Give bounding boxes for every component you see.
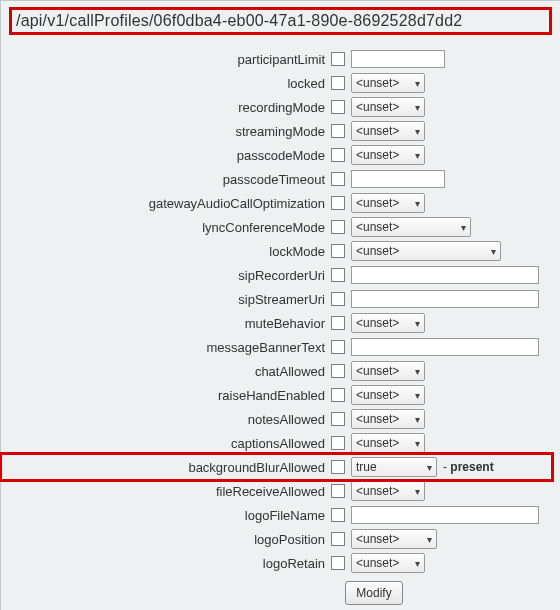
chevron-down-icon: ▾ (427, 462, 432, 473)
checkbox-lyncConferenceMode[interactable] (331, 220, 345, 234)
checkbox-fileReceiveAllowed[interactable] (331, 484, 345, 498)
select-logoRetain[interactable]: <unset>▾ (351, 553, 425, 573)
label-passcodeMode: passcodeMode (1, 148, 331, 163)
select-lyncConferenceMode[interactable]: <unset>▾ (351, 217, 471, 237)
input-sipRecorderUri[interactable] (351, 266, 539, 284)
select-captionsAllowed[interactable]: <unset>▾ (351, 433, 425, 453)
chevron-down-icon: ▾ (427, 534, 432, 545)
checkbox-chatAllowed[interactable] (331, 364, 345, 378)
checkbox-passcodeMode[interactable] (331, 148, 345, 162)
chevron-down-icon: ▾ (491, 246, 496, 257)
checkbox-messageBannerText[interactable] (331, 340, 345, 354)
checkbox-participantLimit[interactable] (331, 52, 345, 66)
checkbox-sipRecorderUri[interactable] (331, 268, 345, 282)
checkbox-backgroundBlurAllowed[interactable] (331, 460, 345, 474)
checkbox-muteBehavior[interactable] (331, 316, 345, 330)
select-passcodeMode[interactable]: <unset>▾ (351, 145, 425, 165)
checkbox-streamingMode[interactable] (331, 124, 345, 138)
row-backgroundBlurAllowed: backgroundBlurAllowed true▾ - present (1, 454, 552, 480)
label-messageBannerText: messageBannerText (1, 340, 331, 355)
row-recordingMode: recordingMode <unset>▾ (1, 95, 552, 119)
label-sipRecorderUri: sipRecorderUri (1, 268, 331, 283)
label-notesAllowed: notesAllowed (1, 412, 331, 427)
chevron-down-icon: ▾ (415, 78, 420, 89)
chevron-down-icon: ▾ (415, 438, 420, 449)
row-chatAllowed: chatAllowed <unset>▾ (1, 359, 552, 383)
checkbox-gatewayAudioCallOptimization[interactable] (331, 196, 345, 210)
checkbox-lockMode[interactable] (331, 244, 345, 258)
label-captionsAllowed: captionsAllowed (1, 436, 331, 451)
select-raiseHandEnabled[interactable]: <unset>▾ (351, 385, 425, 405)
input-passcodeTimeout[interactable] (351, 170, 445, 188)
chevron-down-icon: ▾ (415, 198, 420, 209)
checkbox-logoPosition[interactable] (331, 532, 345, 546)
row-participantLimit: participantLimit (1, 47, 552, 71)
row-lockMode: lockMode <unset>▾ (1, 239, 552, 263)
checkbox-logoFileName[interactable] (331, 508, 345, 522)
row-locked: locked <unset>▾ (1, 71, 552, 95)
checkbox-sipStreamerUri[interactable] (331, 292, 345, 306)
label-passcodeTimeout: passcodeTimeout (1, 172, 331, 187)
row-raiseHandEnabled: raiseHandEnabled <unset>▾ (1, 383, 552, 407)
select-chatAllowed[interactable]: <unset>▾ (351, 361, 425, 381)
label-logoRetain: logoRetain (1, 556, 331, 571)
select-fileReceiveAllowed[interactable]: <unset>▾ (351, 481, 425, 501)
chevron-down-icon: ▾ (415, 150, 420, 161)
input-sipStreamerUri[interactable] (351, 290, 539, 308)
checkbox-captionsAllowed[interactable] (331, 436, 345, 450)
label-streamingMode: streamingMode (1, 124, 331, 139)
row-messageBannerText: messageBannerText (1, 335, 552, 359)
select-notesAllowed[interactable]: <unset>▾ (351, 409, 425, 429)
chevron-down-icon: ▾ (415, 318, 420, 329)
label-sipStreamerUri: sipStreamerUri (1, 292, 331, 307)
select-logoPosition[interactable]: <unset>▾ (351, 529, 437, 549)
row-lyncConferenceMode: lyncConferenceMode <unset>▾ (1, 215, 552, 239)
checkbox-locked[interactable] (331, 76, 345, 90)
label-raiseHandEnabled: raiseHandEnabled (1, 388, 331, 403)
checkbox-logoRetain[interactable] (331, 556, 345, 570)
chevron-down-icon: ▾ (415, 366, 420, 377)
modify-button[interactable]: Modify (345, 581, 403, 605)
row-sipStreamerUri: sipStreamerUri (1, 287, 552, 311)
page: /api/v1/callProfiles/06f0dba4-eb00-47a1-… (0, 0, 560, 610)
label-logoFileName: logoFileName (1, 508, 331, 523)
checkbox-notesAllowed[interactable] (331, 412, 345, 426)
select-gatewayAudioCallOptimization[interactable]: <unset>▾ (351, 193, 425, 213)
chevron-down-icon: ▾ (415, 414, 420, 425)
select-backgroundBlurAllowed[interactable]: true▾ (351, 457, 437, 477)
checkbox-raiseHandEnabled[interactable] (331, 388, 345, 402)
row-logoFileName: logoFileName (1, 503, 552, 527)
label-chatAllowed: chatAllowed (1, 364, 331, 379)
label-logoPosition: logoPosition (1, 532, 331, 547)
suffix-backgroundBlurAllowed: - present (443, 460, 494, 474)
checkbox-recordingMode[interactable] (331, 100, 345, 114)
label-gatewayAudioCallOptimization: gatewayAudioCallOptimization (1, 196, 331, 211)
label-muteBehavior: muteBehavior (1, 316, 331, 331)
chevron-down-icon: ▾ (415, 390, 420, 401)
row-fileReceiveAllowed: fileReceiveAllowed <unset>▾ (1, 479, 552, 503)
row-captionsAllowed: captionsAllowed <unset>▾ (1, 431, 552, 455)
label-backgroundBlurAllowed: backgroundBlurAllowed (1, 460, 331, 475)
select-lockMode[interactable]: <unset>▾ (351, 241, 501, 261)
row-passcodeMode: passcodeMode <unset>▾ (1, 143, 552, 167)
row-logoRetain: logoRetain <unset>▾ (1, 551, 552, 575)
label-locked: locked (1, 76, 331, 91)
select-streamingMode[interactable]: <unset>▾ (351, 121, 425, 141)
input-participantLimit[interactable] (351, 50, 445, 68)
label-lockMode: lockMode (1, 244, 331, 259)
row-streamingMode: streamingMode <unset>▾ (1, 119, 552, 143)
select-recordingMode[interactable]: <unset>▾ (351, 97, 425, 117)
row-sipRecorderUri: sipRecorderUri (1, 263, 552, 287)
chevron-down-icon: ▾ (415, 486, 420, 497)
api-url-text: /api/v1/callProfiles/06f0dba4-eb00-47a1-… (16, 12, 462, 30)
label-participantLimit: participantLimit (1, 52, 331, 67)
select-locked[interactable]: <unset>▾ (351, 73, 425, 93)
checkbox-passcodeTimeout[interactable] (331, 172, 345, 186)
select-muteBehavior[interactable]: <unset>▾ (351, 313, 425, 333)
row-logoPosition: logoPosition <unset>▾ (1, 527, 552, 551)
label-fileReceiveAllowed: fileReceiveAllowed (1, 484, 331, 499)
chevron-down-icon: ▾ (461, 222, 466, 233)
input-messageBannerText[interactable] (351, 338, 539, 356)
chevron-down-icon: ▾ (415, 558, 420, 569)
input-logoFileName[interactable] (351, 506, 539, 524)
